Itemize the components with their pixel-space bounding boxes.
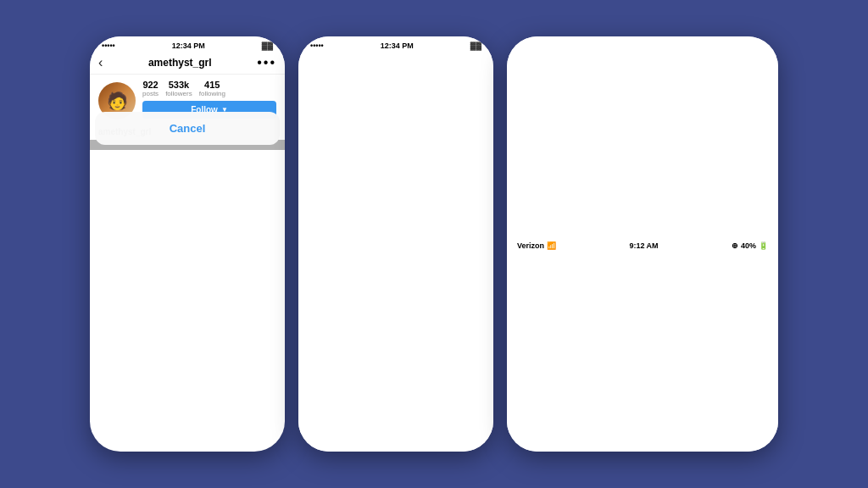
stats-row: 922 posts 533k followers 415 following (142, 80, 276, 97)
screenshot-container: ••••• 12:34 PM ▓▓ ‹ amethyst_grl ••• 🧑 9… (73, 19, 795, 469)
phone2-battery: ▓▓ (470, 42, 481, 450)
phone1-battery: ▓▓ (262, 42, 273, 50)
location-icon: ⊕ (732, 241, 738, 250)
posts-stat: 922 posts (142, 80, 159, 97)
phone1-frame: ••••• 12:34 PM ▓▓ ‹ amethyst_grl ••• 🧑 9… (90, 36, 285, 452)
phone3-time: 9:12 AM (629, 241, 658, 250)
phone1-time: 12:34 PM (172, 42, 205, 50)
phone2-status-bar: ••••• 12:34 PM ▓▓ (298, 36, 493, 452)
phone2-frame: ••••• 12:34 PM ▓▓ ‹ About This Account D… (298, 36, 493, 452)
more-options-icon[interactable]: ••• (257, 55, 276, 70)
phone3-status-right: ⊕ 40% 🔋 (732, 241, 768, 250)
phone1-dots: ••••• (102, 42, 115, 50)
battery-label: 40% (741, 241, 756, 250)
phone3-status-bar: Verizon 📶 9:12 AM ⊕ 40% 🔋 (507, 36, 778, 452)
phone2-dots: ••••• (310, 42, 324, 450)
action-sheet: About This Account Share to Messenger Tu… (90, 140, 285, 150)
phone1-status-bar: ••••• 12:34 PM ▓▓ (90, 36, 285, 52)
phone3-frame: Verizon 📶 9:12 AM ⊕ 40% 🔋 ‹ Request Veri… (507, 36, 778, 452)
followers-stat: 533k followers (165, 80, 192, 97)
back-icon[interactable]: ‹ (98, 55, 103, 70)
battery-icon: 🔋 (759, 241, 768, 250)
carrier-label: Verizon (517, 241, 544, 250)
phone2-time: 12:34 PM (381, 42, 414, 450)
phone1-profile-header: ‹ amethyst_grl ••• (90, 52, 285, 75)
wifi-icon: 📶 (547, 241, 556, 250)
cancel-button[interactable]: Cancel (95, 112, 280, 145)
following-stat: 415 following (199, 80, 225, 97)
profile-username: amethyst_grl (148, 57, 212, 69)
phone3-status-left: Verizon 📶 (517, 241, 556, 250)
